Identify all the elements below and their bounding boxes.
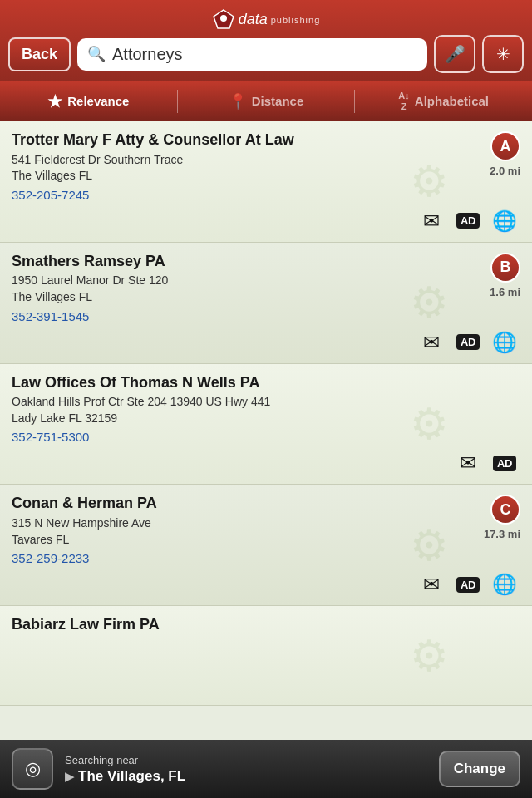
sort-distance[interactable]: 📍 Distance xyxy=(178,81,355,121)
compass-button[interactable]: ✳ xyxy=(482,35,524,73)
list-item[interactable]: ⚙Law Offices Of Thomas N Wells PAOakland… xyxy=(0,364,532,485)
watermark-icon: ⚙ xyxy=(410,631,449,681)
mic-icon: 🎤 xyxy=(445,44,466,64)
search-row: Back 🔍 🎤 ✳ xyxy=(8,35,524,81)
ad-tag-icon[interactable]: AD xyxy=(489,451,520,475)
logo-area: data publishing xyxy=(8,8,524,35)
logo-publishing: publishing xyxy=(271,15,321,25)
sort-distance-label: Distance xyxy=(252,94,304,108)
map-badge: A xyxy=(490,131,520,161)
watermark-icon: ⚙ xyxy=(410,520,449,570)
ad-tag-icon[interactable]: AD xyxy=(452,209,484,234)
search-icon: 🔍 xyxy=(87,45,106,63)
change-button[interactable]: Change xyxy=(439,751,520,787)
list-item[interactable]: ⚙B1.6 miSmathers Ramsey PA1950 Laurel Ma… xyxy=(0,243,532,364)
item-name: Conan & Herman PA xyxy=(12,495,520,513)
footer-text: Searching near ▶ The Villages, FL xyxy=(65,754,427,785)
map-badge: B xyxy=(490,253,520,283)
ad-tag-icon[interactable]: AD xyxy=(452,572,484,597)
pin-icon: 📍 xyxy=(229,92,247,111)
header: data publishing Back 🔍 🎤 ✳ xyxy=(0,0,532,81)
mic-button[interactable]: 🎤 xyxy=(434,35,475,73)
sort-relevance-label: Relevance xyxy=(67,94,129,108)
location-text: The Villages, FL xyxy=(78,768,185,785)
website-icon[interactable]: 🌐 xyxy=(489,330,520,355)
distance-text: 17.3 mi xyxy=(484,528,520,540)
item-name: Smathers Ramsey PA xyxy=(12,253,520,271)
logo-icon xyxy=(212,8,235,30)
list-item[interactable]: ⚙Babiarz Law Firm PA xyxy=(0,606,532,706)
item-name: Law Offices Of Thomas N Wells PA xyxy=(12,374,520,392)
svg-point-1 xyxy=(220,15,227,22)
list-item[interactable]: ⚙A2.0 miTrotter Mary F Atty & Counsellor… xyxy=(0,121,532,243)
website-icon[interactable]: 🌐 xyxy=(489,209,520,234)
item-name: Trotter Mary F Atty & Counsellor At Law xyxy=(12,131,520,150)
compass-icon: ✳ xyxy=(496,44,510,64)
search-input[interactable] xyxy=(112,45,417,64)
sort-bar: ★ Relevance 📍 Distance A↓ Z Alphabetical xyxy=(0,81,532,121)
sort-alpha-label: Alphabetical xyxy=(415,94,489,108)
distance-text: 2.0 mi xyxy=(490,165,520,177)
searching-near-label: Searching near xyxy=(65,754,427,766)
results-list: ⚙A2.0 miTrotter Mary F Atty & Counsellor… xyxy=(0,121,532,732)
action-icons: ✉AD🌐 xyxy=(12,572,520,597)
distance-text: 1.6 mi xyxy=(490,286,520,298)
sort-relevance[interactable]: ★ Relevance xyxy=(0,81,177,121)
footer: ◎ Searching near ▶ The Villages, FL Chan… xyxy=(0,740,532,798)
watermark-icon: ⚙ xyxy=(410,399,449,449)
action-icons: ✉AD xyxy=(12,451,520,475)
location-button[interactable]: ◎ xyxy=(12,748,53,790)
website-icon[interactable]: 🌐 xyxy=(489,572,520,597)
footer-location: ▶ The Villages, FL xyxy=(65,768,427,785)
logo: data publishing xyxy=(212,8,321,30)
az-icon: A↓ Z xyxy=(398,91,409,111)
search-box: 🔍 xyxy=(77,38,427,71)
email-icon[interactable]: ✉ xyxy=(416,209,447,234)
logo-text: data xyxy=(239,11,268,28)
email-icon[interactable]: ✉ xyxy=(416,572,447,597)
arrow-icon: ▶ xyxy=(65,770,74,783)
list-item[interactable]: ⚙C17.3 miConan & Herman PA315 N New Hamp… xyxy=(0,485,532,606)
action-icons: ✉AD🌐 xyxy=(12,330,520,355)
target-icon: ◎ xyxy=(25,758,41,780)
app-container: data publishing Back 🔍 🎤 ✳ ★ Relevance xyxy=(0,0,532,732)
action-icons: ✉AD🌐 xyxy=(12,209,520,234)
email-icon[interactable]: ✉ xyxy=(452,451,484,475)
watermark-icon: ⚙ xyxy=(410,278,449,328)
watermark-icon: ⚙ xyxy=(410,156,449,206)
email-icon[interactable]: ✉ xyxy=(416,330,447,355)
ad-tag-icon[interactable]: AD xyxy=(452,330,484,355)
star-icon: ★ xyxy=(47,91,62,111)
sort-alphabetical[interactable]: A↓ Z Alphabetical xyxy=(355,81,532,121)
back-button[interactable]: Back xyxy=(8,37,71,71)
